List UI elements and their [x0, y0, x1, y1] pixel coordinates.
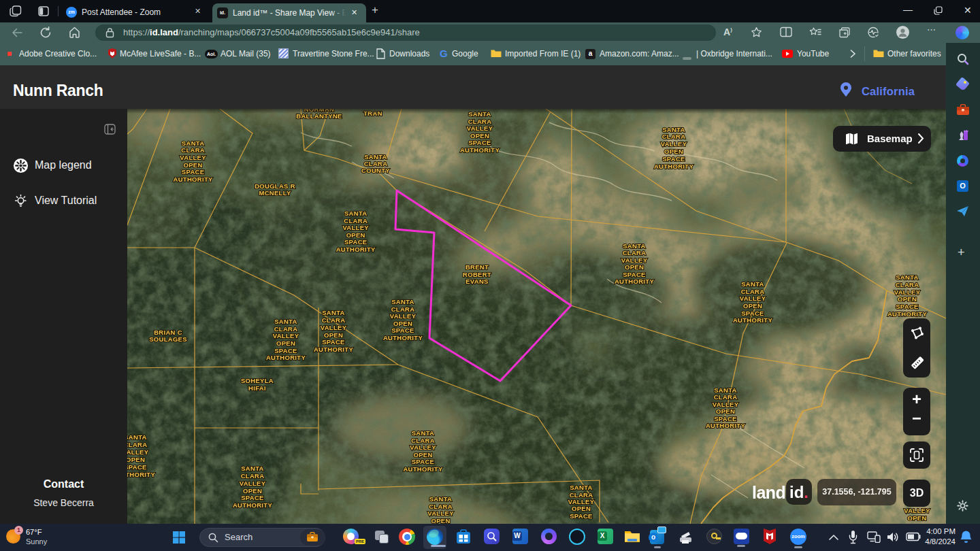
svg-text:AUTHORITY: AUTHORITY — [233, 501, 272, 509]
svg-text:CLARA: CLARA — [322, 316, 346, 324]
svg-text:OPEN: OPEN — [743, 302, 762, 310]
svg-text:AUTHORITY: AUTHORITY — [266, 354, 306, 361]
svg-text:VALLEY: VALLEY — [321, 324, 347, 331]
svg-text:AUTHORITY: AUTHORITY — [336, 246, 376, 253]
svg-text:ROBERT: ROBERT — [463, 271, 491, 278]
svg-text:SANTA: SANTA — [344, 210, 368, 217]
svg-text:OPEN: OPEN — [572, 505, 591, 512]
svg-text:AUTHORITY: AUTHORITY — [403, 465, 442, 473]
svg-text:SANTA: SANTA — [241, 465, 264, 472]
svg-text:SANTA: SANTA — [570, 484, 593, 491]
svg-text:CLARA: CLARA — [662, 133, 686, 140]
svg-text:SANTA: SANTA — [741, 280, 764, 288]
svg-text:SANTA: SANTA — [662, 126, 685, 133]
svg-text:OPEN: OPEN — [625, 263, 644, 271]
svg-text:VALLEY: VALLEY — [904, 507, 930, 514]
svg-text:OPEN: OPEN — [664, 148, 683, 155]
svg-text:CLARA: CLARA — [741, 288, 765, 295]
svg-text:VALLEY: VALLEY — [713, 401, 739, 408]
svg-text:VALLEY: VALLEY — [427, 510, 454, 517]
svg-text:SPACE: SPACE — [241, 494, 264, 501]
svg-text:CLARA: CLARA — [468, 118, 492, 125]
svg-text:OPEN: OPEN — [243, 487, 262, 495]
svg-text:HIFAI: HIFAI — [248, 384, 266, 392]
svg-text:OPEN: OPEN — [413, 451, 432, 458]
svg-text:OPEN: OPEN — [324, 331, 343, 339]
svg-text:OPEN: OPEN — [184, 161, 203, 169]
svg-text:SPACE: SPACE — [182, 168, 205, 176]
svg-text:SPACE: SPACE — [714, 415, 737, 422]
svg-text:OPEN: OPEN — [898, 295, 917, 303]
svg-text:OPEN: OPEN — [431, 517, 450, 524]
svg-text:CLARA: CLARA — [570, 491, 593, 499]
svg-text:COUNTY: COUNTY — [361, 167, 390, 174]
svg-text:CLARA: CLARA — [241, 472, 265, 480]
svg-text:AUTHORITY: AUTHORITY — [174, 176, 213, 183]
svg-text:AUTHORITY: AUTHORITY — [733, 316, 772, 324]
svg-text:SPACE: SPACE — [896, 303, 919, 310]
svg-text:VALLEY: VALLEY — [894, 288, 921, 296]
svg-text:AUTHORITY: AUTHORITY — [460, 146, 500, 154]
svg-text:VALLEY: VALLEY — [342, 224, 369, 231]
svg-text:SPACE: SPACE — [344, 238, 368, 246]
svg-text:SPACE: SPACE — [412, 458, 435, 465]
svg-text:SOHEYLA: SOHEYLA — [241, 377, 274, 384]
svg-text:VALLEY: VALLEY — [127, 448, 149, 456]
svg-text:SANTA: SANTA — [623, 242, 646, 250]
svg-text:CLARA: CLARA — [896, 281, 919, 288]
svg-text:CLARA: CLARA — [411, 437, 435, 444]
svg-text:SANTA: SANTA — [896, 273, 919, 281]
svg-text:VALLEY: VALLEY — [410, 444, 436, 451]
svg-text:SPACE: SPACE — [623, 271, 646, 278]
svg-text:OPEN: OPEN — [716, 407, 735, 415]
svg-text:SOULAGES: SOULAGES — [149, 335, 187, 343]
svg-text:AUTHORITY: AUTHORITY — [654, 163, 693, 170]
svg-text:SANTA: SANTA — [429, 495, 453, 503]
svg-text:VALLEY: VALLEY — [240, 480, 266, 487]
svg-text:OPEN: OPEN — [907, 514, 926, 522]
svg-text:AUTHORITY: AUTHORITY — [615, 278, 654, 285]
svg-text:VALLEY: VALLEY — [390, 312, 416, 320]
svg-text:SPACE: SPACE — [468, 139, 491, 146]
svg-text:SPACE: SPACE — [274, 347, 297, 354]
svg-text:AUTHORITY: AUTHORITY — [314, 346, 353, 353]
svg-text:AUTHORITY: AUTHORITY — [706, 422, 745, 429]
svg-text:SANTA: SANTA — [412, 429, 435, 437]
svg-text:CLARA: CLARA — [181, 146, 205, 154]
svg-text:CLARA: CLARA — [429, 503, 453, 510]
svg-text:VALLEY: VALLEY — [273, 332, 299, 339]
svg-text:CLARA: CLARA — [391, 305, 415, 313]
svg-text:AUTHORITY: AUTHORITY — [127, 471, 155, 478]
svg-text:AUTHORITY: AUTHORITY — [887, 310, 927, 318]
svg-text:SANTA: SANTA — [274, 318, 297, 325]
svg-text:VALLEY: VALLEY — [180, 154, 206, 161]
svg-text:OPEN: OPEN — [276, 339, 295, 347]
svg-text:CLARA: CLARA — [623, 249, 647, 256]
svg-text:VALLEY: VALLEY — [661, 140, 687, 148]
svg-text:AUTHORITY: AUTHORITY — [383, 334, 423, 341]
svg-text:CLARA: CLARA — [274, 325, 298, 333]
svg-text:VALLEY: VALLEY — [467, 124, 493, 132]
svg-text:SPACE: SPACE — [662, 155, 685, 163]
svg-text:VALLEY: VALLEY — [568, 498, 595, 505]
svg-text:EVANS: EVANS — [466, 278, 489, 285]
svg-text:OPEN: OPEN — [346, 231, 365, 239]
svg-text:SPACE: SPACE — [322, 338, 345, 346]
svg-text:VALLEY: VALLEY — [621, 256, 648, 264]
svg-text:OPEN: OPEN — [127, 456, 145, 463]
svg-text:BRENT: BRENT — [466, 263, 489, 271]
svg-text:VALLEY: VALLEY — [740, 295, 766, 302]
svg-text:CLARA: CLARA — [344, 217, 368, 224]
svg-text:MCNELLY: MCNELLY — [259, 189, 291, 197]
svg-text:SPACE: SPACE — [391, 327, 414, 334]
svg-text:SANTA: SANTA — [127, 433, 147, 441]
svg-text:SANTA: SANTA — [714, 386, 737, 394]
svg-text:SPACE: SPACE — [741, 310, 764, 317]
svg-text:SANTA: SANTA — [182, 139, 205, 147]
svg-text:SPACE: SPACE — [570, 512, 593, 520]
svg-text:CLARA: CLARA — [127, 441, 147, 448]
svg-text:SANTA: SANTA — [322, 309, 345, 316]
svg-text:CLARA: CLARA — [714, 393, 738, 401]
svg-text:OPEN: OPEN — [393, 320, 412, 327]
svg-text:SANTA: SANTA — [391, 298, 414, 305]
